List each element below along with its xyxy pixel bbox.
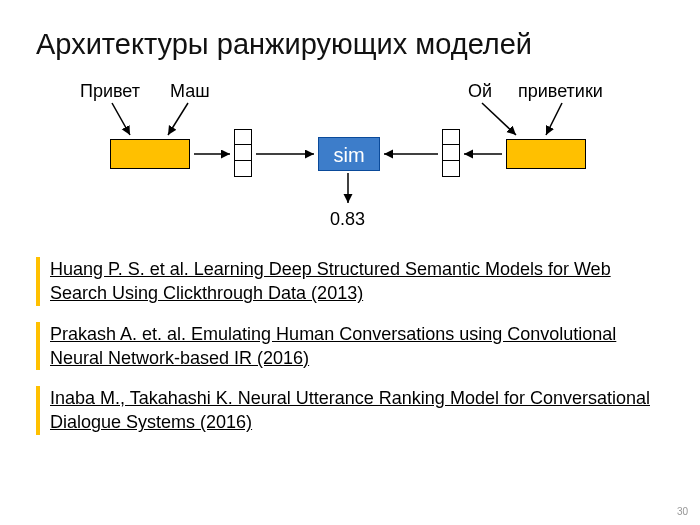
sim-box: sim xyxy=(318,137,380,171)
svg-line-0 xyxy=(112,103,130,135)
encoder-right xyxy=(506,139,586,169)
svg-line-3 xyxy=(546,103,562,135)
reference-text: Inaba M., Takahashi K. Neural Utterance … xyxy=(50,386,664,435)
vector-left xyxy=(234,129,252,177)
reference-item: Prakash A. et. al. Emulating Human Conve… xyxy=(36,322,664,371)
references-list: Huang P. S. et al. Learning Deep Structu… xyxy=(36,257,664,435)
svg-line-1 xyxy=(168,103,188,135)
bullet-bar xyxy=(36,322,40,371)
reference-item: Inaba M., Takahashi K. Neural Utterance … xyxy=(36,386,664,435)
architecture-diagram: Привет Маш Ой приветики sim 0.83 xyxy=(70,79,630,239)
bullet-bar xyxy=(36,386,40,435)
bullet-bar xyxy=(36,257,40,306)
page-number: 30 xyxy=(677,506,688,517)
similarity-output: 0.83 xyxy=(330,209,365,230)
vector-right xyxy=(442,129,460,177)
slide-title: Архитектуры ранжирующих моделей xyxy=(36,28,664,61)
reference-item: Huang P. S. et al. Learning Deep Structu… xyxy=(36,257,664,306)
reference-text: Prakash A. et. al. Emulating Human Conve… xyxy=(50,322,664,371)
encoder-left xyxy=(110,139,190,169)
reference-text: Huang P. S. et al. Learning Deep Structu… xyxy=(50,257,664,306)
svg-line-2 xyxy=(482,103,516,135)
